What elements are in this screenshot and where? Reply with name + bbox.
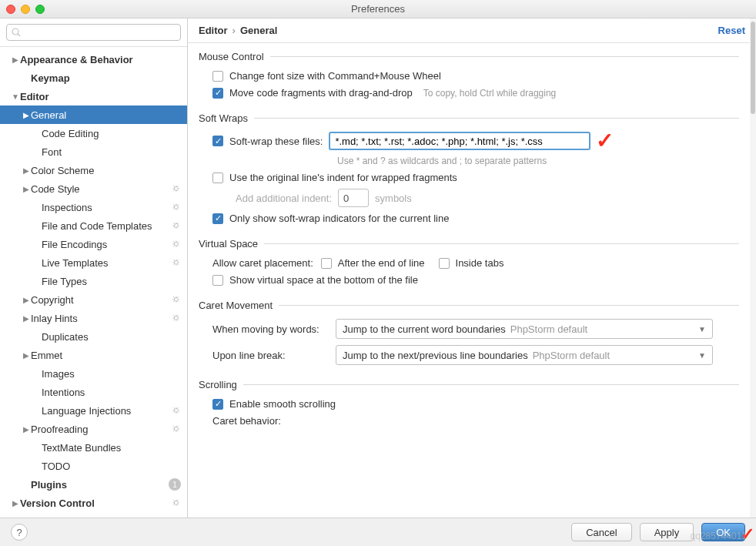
sidebar-item-label: Font: [42, 146, 187, 158]
sidebar-item[interactable]: ▶Emmet: [0, 346, 187, 364]
sidebar-item-label: Copyright: [31, 294, 172, 306]
sidebar: ▶Appearance & BehaviorKeymap▼Editor▶Gene…: [0, 18, 188, 518]
sidebar-item-label: File Types: [42, 276, 187, 287]
checkbox-change-font-size[interactable]: [212, 71, 223, 82]
reset-button[interactable]: Reset: [718, 25, 745, 36]
gear-icon: ⛭: [172, 220, 181, 231]
sidebar-item[interactable]: Inspections⛭: [0, 198, 187, 216]
label-after-end-of-line: After the end of line: [338, 257, 425, 269]
window-title: Preferences: [0, 3, 756, 15]
gear-icon: ⛭: [172, 497, 181, 508]
sidebar-item[interactable]: Duplicates: [0, 327, 187, 346]
sidebar-item[interactable]: ▶Color Scheme: [0, 161, 187, 179]
sidebar-item-label: Emmet: [31, 350, 187, 361]
sidebar-item[interactable]: Code Editing: [0, 124, 187, 142]
gear-icon: ⛭: [172, 405, 181, 416]
help-button[interactable]: ?: [11, 524, 28, 541]
chevron-right-icon[interactable]: ▶: [22, 111, 31, 119]
checkbox-smooth-scrolling[interactable]: [212, 399, 223, 410]
sidebar-item[interactable]: Language Injections⛭: [0, 401, 187, 420]
label-caret-behavior: Caret behavior:: [212, 415, 281, 427]
sidebar-item[interactable]: ▶Proofreading⛭: [0, 420, 187, 438]
sidebar-item-label: File and Code Templates: [42, 220, 172, 232]
sidebar-item-label: Proofreading: [31, 424, 172, 435]
scrollbar-thumb[interactable]: [751, 22, 755, 114]
hint-wildcards: Use * and ? as wildcards and ; to separa…: [337, 156, 739, 166]
sidebar-item[interactable]: ▶Inlay Hints⛭: [0, 309, 187, 327]
sidebar-item-label: Intentions: [42, 387, 187, 398]
search-field[interactable]: [24, 27, 176, 38]
group-soft-wraps: Soft Wraps: [199, 112, 739, 124]
sidebar-item-label: Keymap: [31, 72, 187, 84]
sidebar-item[interactable]: File Encodings⛭: [0, 235, 187, 253]
checkbox-after-end-of-line[interactable]: [321, 258, 332, 269]
sidebar-item-label: Plugins: [31, 479, 169, 491]
chevron-right-icon[interactable]: ▶: [22, 314, 31, 323]
sidebar-item[interactable]: ▶General: [0, 106, 187, 124]
checkbox-inside-tabs[interactable]: [439, 258, 450, 269]
sidebar-item[interactable]: Images: [0, 364, 187, 383]
sidebar-item[interactable]: File Types: [0, 272, 187, 290]
sidebar-item-label: Language Injections: [42, 405, 172, 417]
footer: ? Cancel Apply OK ✓: [0, 518, 756, 546]
chevron-down-icon: ▼: [698, 325, 706, 333]
scrollbar[interactable]: [750, 18, 756, 518]
select-upon-line-break[interactable]: Jump to the next/previous line boundarie…: [336, 345, 713, 365]
sidebar-item-label: Color Scheme: [31, 165, 187, 176]
hint-move-fragments: To copy, hold Ctrl while dragging: [423, 88, 557, 99]
chevron-right-icon[interactable]: ▶: [22, 166, 31, 175]
sidebar-item[interactable]: ▶Copyright⛭: [0, 290, 187, 309]
sidebar-item-label: Inlay Hints: [31, 313, 172, 324]
label-use-original-indent: Use the original line's indent for wrapp…: [229, 172, 457, 183]
checkbox-move-fragments[interactable]: [212, 88, 223, 99]
group-caret-movement: Caret Movement: [199, 300, 739, 311]
label-smooth-scrolling: Enable smooth scrolling: [229, 398, 336, 410]
chevron-right-icon[interactable]: ▶: [11, 499, 20, 507]
badge: 1: [169, 478, 181, 491]
label-moving-by-words: When moving by words:: [212, 323, 336, 335]
chevron-right-icon[interactable]: ▶: [22, 351, 31, 360]
checkbox-only-show-indicators[interactable]: [212, 213, 223, 224]
label-allow-caret: Allow caret placement:: [212, 257, 313, 269]
label-move-fragments: Move code fragments with drag-and-drop: [229, 87, 413, 99]
sidebar-item[interactable]: ▶Appearance & Behavior: [0, 50, 187, 69]
sidebar-item[interactable]: File and Code Templates⛭: [0, 216, 187, 235]
gear-icon: ⛭: [172, 239, 181, 250]
settings-tree[interactable]: ▶Appearance & BehaviorKeymap▼Editor▶Gene…: [0, 47, 187, 518]
sidebar-item-label: Duplicates: [42, 331, 187, 343]
input-soft-wrap-patterns[interactable]: [329, 132, 590, 150]
search-input[interactable]: [6, 24, 181, 41]
sidebar-item[interactable]: Font: [0, 142, 187, 161]
sidebar-item-label: Inspections: [42, 202, 172, 213]
chevron-right-icon[interactable]: ▶: [22, 425, 31, 434]
chevron-right-icon[interactable]: ▶: [22, 296, 31, 304]
label-add-indent: Add additional indent:: [236, 193, 332, 204]
sidebar-item-label: Version Control: [20, 497, 172, 509]
checkbox-soft-wrap-files[interactable]: [212, 136, 223, 146]
sidebar-item[interactable]: ▶Code Style⛭: [0, 179, 187, 198]
sidebar-item[interactable]: Plugins1: [0, 475, 187, 494]
cancel-button[interactable]: Cancel: [571, 523, 631, 541]
watermark: qq285744011: [691, 531, 747, 541]
checkbox-use-original-indent[interactable]: [212, 173, 223, 183]
checkbox-virtual-bottom[interactable]: [212, 275, 223, 286]
sidebar-item[interactable]: ▶Version Control⛭: [0, 494, 187, 512]
crumb-sep-icon: ›: [232, 25, 236, 36]
sidebar-item[interactable]: Live Templates⛭: [0, 253, 187, 272]
crumb-general: General: [240, 25, 277, 36]
crumb-editor[interactable]: Editor: [199, 25, 228, 36]
chevron-right-icon[interactable]: ▶: [11, 55, 20, 64]
search-icon: [12, 28, 21, 37]
sidebar-item[interactable]: ▼Editor: [0, 87, 187, 106]
chevron-right-icon[interactable]: ▶: [22, 185, 31, 193]
label-virtual-bottom: Show virtual space at the bottom of the …: [229, 274, 418, 286]
sidebar-item[interactable]: Keymap: [0, 69, 187, 87]
sidebar-item[interactable]: Intentions: [0, 383, 187, 401]
apply-button[interactable]: Apply: [640, 523, 694, 541]
sidebar-item[interactable]: TextMate Bundles: [0, 438, 187, 457]
label-only-show-indicators: Only show soft-wrap indicators for the c…: [229, 213, 449, 224]
chevron-down-icon[interactable]: ▼: [11, 92, 20, 101]
select-moving-by-words[interactable]: Jump to the current word boundaries PhpS…: [336, 319, 713, 339]
sidebar-item[interactable]: TODO: [0, 457, 187, 475]
sidebar-item-label: Images: [42, 368, 187, 380]
